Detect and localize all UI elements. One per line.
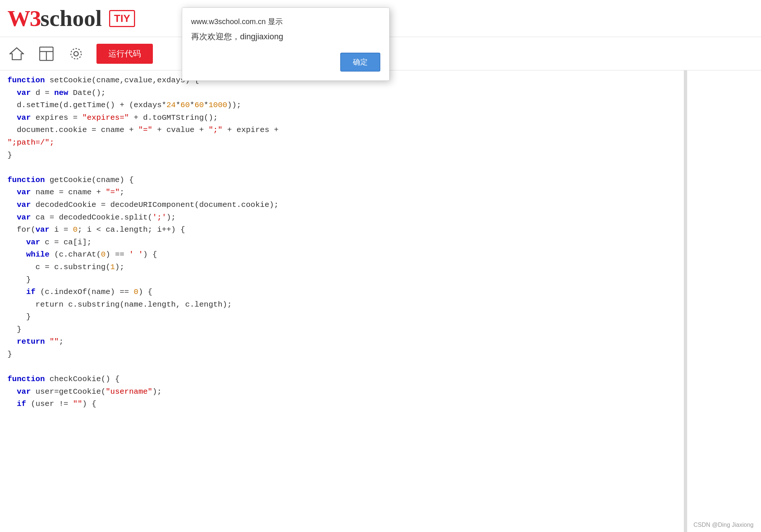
watermark: CSDN @Ding Jiaxiong bbox=[693, 522, 754, 528]
code-line: } bbox=[0, 274, 684, 286]
code-line: for(var i = 0; i < ca.length; i++) { bbox=[0, 224, 684, 236]
code-line: var ca = decodedCookie.split(';'); bbox=[0, 211, 684, 224]
logo-w3: W3 bbox=[7, 5, 40, 32]
logo-school: school bbox=[40, 5, 102, 32]
dialog-message: 再次欢迎您，dingjiaxiong bbox=[191, 31, 380, 42]
code-line: var decodedCookie = decodeURIComponent(d… bbox=[0, 199, 684, 211]
layout-button[interactable] bbox=[37, 44, 56, 63]
code-line: } bbox=[0, 149, 684, 162]
code-line bbox=[0, 361, 684, 373]
editor-container: </span>function setCookie(cname,cvalue,e… bbox=[0, 70, 761, 532]
code-line bbox=[0, 161, 684, 174]
code-line: var expires = "expires=" + d.toGMTString… bbox=[0, 112, 684, 124]
dialog-ok-button[interactable]: 确定 bbox=[340, 53, 380, 72]
run-button[interactable]: 运行代码 bbox=[96, 44, 153, 64]
svg-point-4 bbox=[74, 52, 78, 56]
code-line: return c.substring(name.length, c.length… bbox=[0, 298, 684, 311]
code-line: while (c.charAt(0) == ' ') { bbox=[0, 248, 684, 261]
code-line: if (user != "") { bbox=[0, 398, 684, 410]
home-icon bbox=[9, 46, 24, 61]
code-line: function getCookie(cname) { bbox=[0, 174, 684, 186]
code-line: var c = ca[i]; bbox=[0, 236, 684, 249]
settings-button[interactable] bbox=[67, 44, 85, 63]
code-line: var user=getCookie("username"); bbox=[0, 386, 684, 398]
svg-point-5 bbox=[71, 49, 81, 59]
code-line: return ""; bbox=[0, 336, 684, 348]
code-line: } bbox=[0, 323, 684, 336]
code-line: if (c.indexOf(name) == 0) { bbox=[0, 286, 684, 298]
code-line: document.cookie = cname + "=" + cvalue +… bbox=[0, 124, 684, 136]
home-button[interactable] bbox=[7, 44, 26, 63]
code-line: ";path=/"; bbox=[0, 136, 684, 149]
code-line: } bbox=[0, 348, 684, 361]
code-panel[interactable]: </span>function setCookie(cname,cvalue,e… bbox=[0, 70, 684, 532]
settings-icon bbox=[69, 46, 83, 61]
tiy-badge: TIY bbox=[109, 10, 135, 27]
code-line: function checkCookie() { bbox=[0, 373, 684, 386]
dialog-footer: 确定 bbox=[191, 53, 380, 72]
preview-panel bbox=[687, 70, 761, 532]
code-line: d.setTime(d.getTime() + (exdays*24*60*60… bbox=[0, 99, 684, 112]
code-line: } bbox=[0, 311, 684, 323]
editor-divider[interactable] bbox=[684, 70, 687, 532]
code-line: c = c.substring(1); bbox=[0, 261, 684, 274]
svg-marker-0 bbox=[10, 48, 23, 60]
code-line: var name = cname + "="; bbox=[0, 186, 684, 199]
dialog-site: www.w3school.com.cn 显示 bbox=[191, 17, 380, 27]
layout-icon bbox=[39, 46, 54, 61]
code-line: var d = new Date(); bbox=[0, 87, 684, 99]
dialog-box: www.w3school.com.cn 显示 再次欢迎您，dingjiaxion… bbox=[182, 7, 390, 81]
